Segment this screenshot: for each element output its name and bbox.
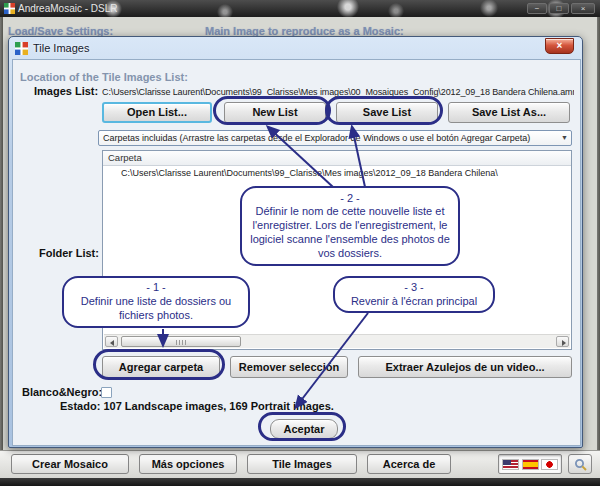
spain-flag-icon[interactable]	[522, 459, 539, 470]
magnifier-icon	[574, 458, 587, 471]
us-flag-icon[interactable]	[502, 459, 519, 470]
dialog-close-button[interactable]: ×	[545, 38, 574, 54]
open-list-button[interactable]: Open List...	[102, 102, 212, 123]
minimize-button[interactable]: −	[527, 3, 547, 14]
annotation-callout-3: - 3 - Revenir à l'écran principal	[333, 276, 495, 313]
callout-1-number: - 1 -	[72, 281, 240, 295]
dialog-icon	[15, 42, 28, 55]
callout-3-number: - 3 -	[343, 281, 485, 295]
main-window-title: AndreaMosaic - DSLR	[18, 3, 117, 14]
halo-aceptar	[258, 412, 346, 441]
halo-save-list	[325, 96, 443, 125]
callout-3-text: Revenir à l'écran principal	[343, 295, 485, 309]
annotation-callout-1: - 1 - Definir une liste de dossiers ou f…	[62, 276, 250, 328]
language-flags-panel[interactable]	[498, 454, 562, 474]
magnifier-button[interactable]	[568, 454, 592, 474]
callout-1-text: Definir une liste de dossiers ou fichier…	[72, 295, 240, 323]
folders-dropdown[interactable]: Carpetas incluidas (Arrastre las carpeta…	[98, 130, 572, 146]
blanco-negro-label: Blanco&Negro:	[22, 386, 102, 398]
tile-images-button[interactable]: Tile Images	[247, 454, 357, 474]
callout-2-number: - 2 -	[250, 192, 450, 206]
japan-flag-icon[interactable]	[541, 459, 558, 470]
folders-dropdown-value: Carpetas incluidas (Arrastre las carpeta…	[103, 133, 530, 143]
extraer-azulejos-button[interactable]: Extraer Azulejos de un video...	[358, 356, 572, 378]
close-button[interactable]: ×	[571, 3, 595, 14]
estado-value: 107 Landscape images, 169 Portrait image…	[103, 400, 334, 412]
maximize-button[interactable]: □	[549, 3, 569, 14]
horizontal-scrollbar[interactable]	[104, 334, 570, 348]
screen: AndreaMosaic - DSLR − □ × Load/Save Sett…	[0, 0, 600, 486]
save-list-as-button[interactable]: Save List As...	[448, 102, 570, 123]
window-edge-left	[0, 17, 3, 478]
annotation-callout-2: - 2 - Définir le nom de cette nouvelle l…	[240, 186, 460, 266]
dialog-title: Tile Images	[33, 42, 89, 54]
acerca-de-button[interactable]: Acerca de	[367, 454, 451, 474]
mas-opciones-button[interactable]: Más opciones	[139, 454, 237, 474]
halo-new-list	[213, 96, 331, 125]
carpeta-column-header[interactable]: Carpeta	[103, 151, 571, 166]
window-bottom-edge	[0, 478, 600, 486]
main-window-titlebar[interactable]: AndreaMosaic - DSLR − □ ×	[0, 0, 600, 17]
folder-row[interactable]: C:\Users\Clarisse Laurent\Documents\99_C…	[103, 168, 571, 178]
images-list-label: Images List:	[34, 85, 98, 97]
halo-agregar-carpeta	[93, 349, 225, 380]
scroll-left-arrow[interactable]	[105, 336, 118, 347]
chevron-down-icon[interactable]: ▼	[561, 134, 568, 141]
dialog-titlebar[interactable]: Tile Images	[9, 37, 582, 59]
scroll-right-arrow[interactable]	[556, 336, 569, 347]
folder-list-label: Folder List:	[39, 247, 99, 259]
remover-seleccion-button[interactable]: Remover selección	[230, 356, 348, 378]
scrollbar-thumb[interactable]	[121, 336, 241, 347]
crear-mosaico-button[interactable]: Crear Mosaico	[11, 454, 129, 474]
section-title: Location of the Tile Images List:	[20, 71, 188, 83]
estado-label: Estado:	[60, 400, 100, 412]
andreamosaic-app-icon	[4, 3, 15, 14]
callout-2-text: Définir le nom de cette nouvelle liste e…	[250, 205, 450, 260]
estado-line: Estado: 107 Landscape images, 169 Portra…	[60, 400, 334, 412]
blanco-negro-checkbox[interactable]	[101, 387, 112, 398]
